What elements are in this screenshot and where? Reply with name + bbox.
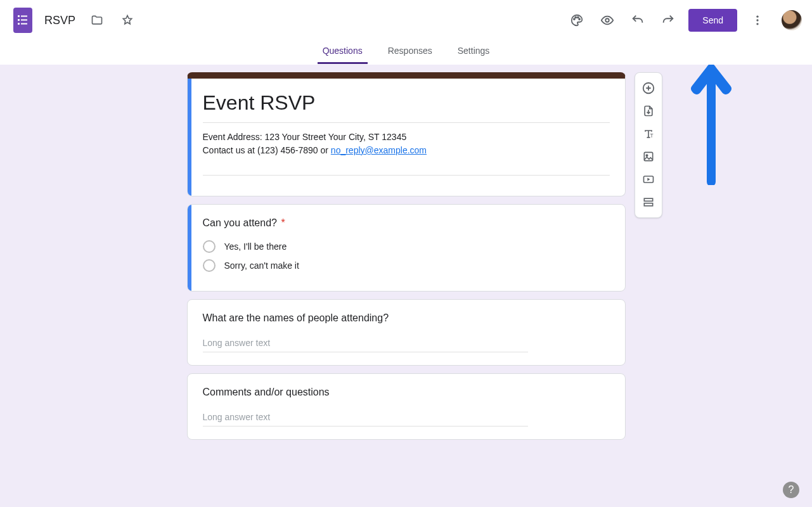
help-icon: ?	[789, 484, 794, 496]
tab-settings[interactable]: Settings	[453, 41, 495, 64]
svg-rect-19	[644, 198, 652, 201]
question-toolbar: T	[635, 72, 662, 218]
form-column: Event RSVP Event Address: 123 Your Stree…	[187, 72, 626, 468]
star-button[interactable]	[115, 8, 140, 33]
radio-icon	[203, 240, 216, 253]
desc-line1: Event Address: 123 Your Street Your City…	[203, 132, 407, 142]
customize-theme-button[interactable]	[564, 8, 590, 33]
svg-point-13	[756, 23, 758, 25]
tabbar: Questions Responses Settings	[0, 41, 812, 65]
svg-point-17	[646, 155, 648, 157]
document-title[interactable]: RSVP	[41, 13, 79, 29]
more-menu-button[interactable]	[745, 8, 770, 33]
svg-point-8	[577, 17, 579, 18]
move-to-folder-button[interactable]	[84, 8, 110, 33]
add-video-button[interactable]	[637, 168, 660, 191]
svg-point-7	[576, 17, 577, 18]
star-icon	[121, 14, 134, 27]
svg-rect-2	[18, 19, 20, 21]
forms-logo[interactable]	[10, 8, 35, 33]
svg-point-11	[756, 16, 758, 18]
svg-rect-5	[21, 23, 27, 25]
svg-rect-16	[644, 152, 652, 160]
folder-icon	[91, 14, 103, 27]
svg-rect-4	[18, 23, 20, 25]
long-answer-placeholder: Long answer text	[203, 335, 529, 352]
svg-rect-20	[644, 203, 652, 206]
redo-icon	[661, 13, 675, 27]
long-answer-placeholder: Long answer text	[203, 409, 529, 427]
import-questions-button[interactable]	[637, 99, 660, 122]
arrow-up-icon	[689, 65, 733, 185]
account-avatar[interactable]	[782, 10, 802, 30]
eye-icon	[600, 13, 614, 27]
section-icon	[642, 196, 655, 209]
palette-icon	[570, 13, 584, 27]
question-card-comments[interactable]: Comments and/or questions Long answer te…	[187, 373, 626, 440]
form-header-card[interactable]: Event RSVP Event Address: 123 Your Stree…	[187, 72, 626, 196]
radio-option[interactable]: Yes, I'll be there	[203, 240, 610, 253]
workspace: Event RSVP Event Address: 123 Your Stree…	[0, 65, 812, 506]
svg-rect-0	[18, 15, 20, 17]
undo-button[interactable]	[625, 8, 650, 33]
preview-button[interactable]	[595, 8, 620, 33]
radio-option[interactable]: Sorry, can't make it	[203, 259, 610, 272]
radio-icon	[203, 259, 216, 272]
svg-rect-3	[21, 20, 27, 21]
app-header: RSVP Send	[0, 0, 812, 41]
svg-point-9	[579, 18, 581, 20]
image-icon	[642, 150, 655, 163]
text-icon: T	[642, 127, 655, 140]
desc-email-link[interactable]: no_reply@example.com	[331, 145, 427, 155]
svg-rect-1	[21, 16, 27, 17]
tab-responses[interactable]: Responses	[383, 41, 437, 64]
add-question-button[interactable]	[637, 77, 660, 99]
question-card-attend[interactable]: Can you attend? * Yes, I'll be there Sor…	[187, 204, 626, 292]
more-vertical-icon	[751, 14, 764, 27]
question-title[interactable]: What are the names of people attending?	[203, 312, 610, 324]
option-label: Yes, I'll be there	[224, 241, 287, 252]
undo-icon	[631, 13, 645, 27]
help-button[interactable]: ?	[783, 482, 799, 498]
video-icon	[642, 173, 655, 186]
redo-button[interactable]	[655, 8, 681, 33]
svg-text:T: T	[650, 132, 653, 139]
plus-circle-icon	[641, 81, 655, 95]
desc-contact-prefix: Contact us at (123) 456-7890 or	[203, 145, 331, 155]
form-description[interactable]: Event Address: 123 Your Street Your City…	[203, 131, 610, 157]
add-title-button[interactable]: T	[637, 122, 660, 145]
add-section-button[interactable]	[637, 191, 660, 214]
required-marker: *	[281, 217, 285, 228]
add-image-button[interactable]	[637, 145, 660, 168]
form-title[interactable]: Event RSVP	[203, 91, 610, 115]
svg-point-6	[574, 18, 575, 20]
option-label: Sorry, can't make it	[224, 260, 299, 271]
send-button[interactable]: Send	[688, 9, 737, 32]
annotation-arrow	[689, 65, 733, 185]
form-icon	[18, 14, 28, 27]
divider	[203, 122, 610, 123]
svg-point-12	[756, 19, 758, 21]
file-import-icon	[642, 105, 655, 117]
question-title[interactable]: Comments and/or questions	[203, 387, 610, 398]
question-title[interactable]: Can you attend? *	[203, 217, 610, 229]
question-title-text: Can you attend?	[203, 217, 277, 228]
divider	[203, 175, 610, 176]
question-card-names[interactable]: What are the names of people attending? …	[187, 299, 626, 366]
svg-point-10	[606, 18, 610, 22]
tab-questions[interactable]: Questions	[318, 41, 368, 64]
